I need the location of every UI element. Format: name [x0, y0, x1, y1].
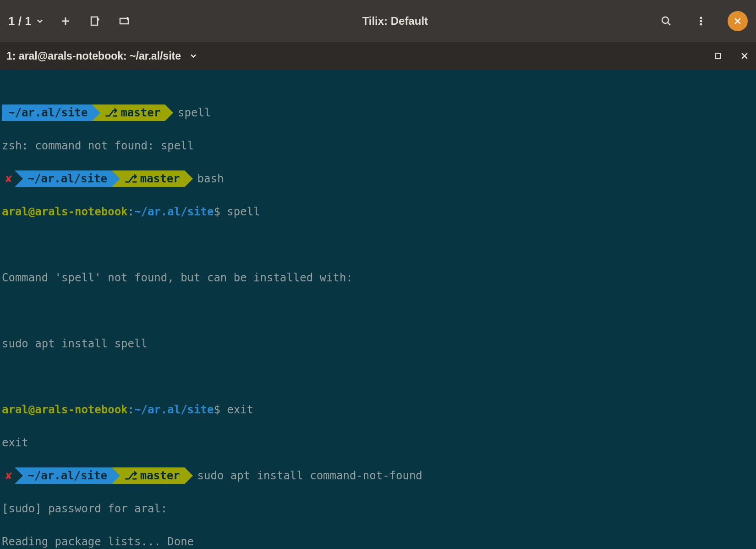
- app-titlebar: 1 / 1 Tilix: Default: [0, 0, 756, 42]
- bash-sigil: $: [214, 403, 220, 416]
- prompt-branch-segment: ⎇master: [92, 104, 165, 121]
- split-right-icon: [119, 16, 130, 27]
- session-count-label: 1 / 1: [8, 14, 32, 28]
- git-branch-icon: ⎇: [125, 469, 137, 482]
- command-text: spell: [227, 205, 260, 218]
- prompt-branch-segment: ⎇master: [112, 467, 185, 484]
- svg-point-5: [700, 23, 702, 25]
- chevron-down-icon: [35, 16, 44, 26]
- prompt-path-segment: ~/ar.al/site: [15, 170, 111, 187]
- search-icon: [661, 16, 672, 27]
- menu-button[interactable]: [693, 13, 709, 29]
- bash-prompt-line: aral@arals-notebook:~/ar.al/site$ spell: [2, 203, 754, 220]
- svg-point-2: [662, 17, 668, 23]
- close-icon: [733, 16, 742, 26]
- bash-prompt-line: aral@arals-notebook:~/ar.al/site$ exit: [2, 401, 754, 418]
- command-text: sudo apt install command-not-found: [185, 469, 422, 482]
- command-text: exit: [227, 403, 253, 416]
- pane-close-button[interactable]: [740, 51, 750, 61]
- plus-icon: [60, 16, 71, 27]
- pane-titlebar: 1: aral@arals-notebook: ~/ar.al/site: [0, 42, 756, 70]
- chevron-down-icon: [189, 51, 198, 60]
- svg-point-4: [700, 20, 702, 22]
- add-terminal-button[interactable]: [57, 13, 74, 29]
- terminal-surface[interactable]: ~/ar.al/site⎇masterspell zsh: command no…: [0, 70, 756, 549]
- kebab-menu-icon: [696, 16, 707, 27]
- prompt-status-segment: ✘: [2, 170, 15, 187]
- bash-path: ~/ar.al/site: [134, 403, 214, 416]
- svg-point-3: [700, 17, 702, 19]
- add-terminal-right-button[interactable]: [116, 13, 132, 29]
- window-title: Tilix: Default: [137, 15, 653, 27]
- close-icon: [740, 51, 749, 60]
- prompt-path-segment: ~/ar.al/site: [15, 467, 111, 484]
- pane-title-dropdown[interactable]: [188, 51, 198, 61]
- output-line: exit: [2, 434, 754, 451]
- prompt-path-segment: ~/ar.al/site: [2, 104, 92, 121]
- prompt-branch-segment: ⎇master: [112, 170, 185, 187]
- output-line: zsh: command not found: spell: [2, 137, 754, 154]
- maximize-icon: [713, 51, 723, 60]
- search-button[interactable]: [658, 13, 674, 29]
- bash-user-host: aral@arals-notebook: [2, 403, 128, 416]
- prompt-line: ~/ar.al/site⎇masterspell: [2, 104, 754, 121]
- bash-user-host: aral@arals-notebook: [2, 205, 128, 218]
- add-terminal-down-button[interactable]: [87, 13, 103, 29]
- prompt-line: ✘~/ar.al/site⎇masterbash: [2, 170, 754, 187]
- svg-rect-0: [91, 17, 98, 25]
- prompt-status-segment: ✘: [2, 467, 15, 484]
- error-x-icon: ✘: [5, 172, 12, 185]
- output-line: sudo apt install spell: [2, 335, 754, 352]
- git-branch-icon: ⎇: [125, 172, 137, 185]
- blank-line: [2, 302, 754, 319]
- session-switcher[interactable]: 1 / 1: [8, 14, 44, 28]
- pane-title: 1: aral@arals-notebook: ~/ar.al/site: [6, 50, 181, 62]
- blank-line: [2, 236, 754, 253]
- output-line: Reading package lists... Done: [2, 533, 754, 549]
- git-branch-icon: ⎇: [105, 106, 118, 119]
- output-line: Command 'spell' not found, but can be in…: [2, 269, 754, 286]
- window-close-button[interactable]: [728, 11, 748, 31]
- svg-rect-6: [715, 53, 721, 59]
- output-line: [sudo] password for aral:: [2, 500, 754, 517]
- error-x-icon: ✘: [5, 469, 12, 482]
- pane-maximize-button[interactable]: [713, 51, 723, 61]
- bash-sigil: $: [214, 205, 220, 218]
- split-down-icon: [89, 16, 100, 27]
- blank-line: [2, 368, 754, 385]
- prompt-line: ✘~/ar.al/site⎇mastersudo apt install com…: [2, 467, 754, 484]
- bash-path: ~/ar.al/site: [134, 205, 214, 218]
